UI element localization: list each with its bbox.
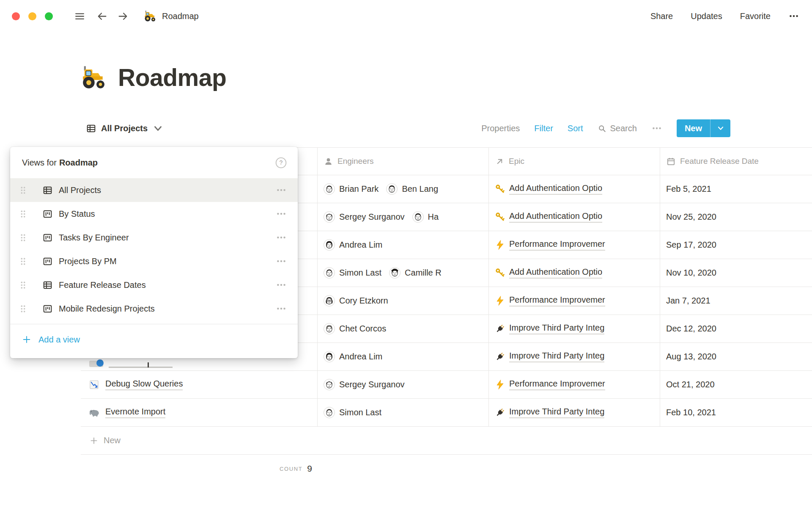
epic-link[interactable]: Performance Improvemer: [509, 239, 605, 251]
view-item-menu-icon[interactable]: [276, 232, 287, 243]
share-button[interactable]: Share: [650, 11, 673, 21]
zap-icon: [495, 379, 505, 390]
close-window-button[interactable]: [12, 12, 20, 20]
engineers-cell[interactable]: Simon Last Camille R: [317, 259, 488, 287]
header-release-date[interactable]: Feature Release Date: [660, 148, 812, 175]
chart-down-icon: [88, 379, 100, 390]
drag-handle-icon[interactable]: [19, 232, 27, 243]
back-icon[interactable]: [96, 11, 108, 22]
date-cell[interactable]: Feb 10, 2021: [660, 399, 812, 426]
help-icon[interactable]: ?: [275, 157, 287, 168]
board-view-icon: [42, 304, 53, 314]
count-label: COUNT: [280, 466, 302, 472]
epic-cell[interactable]: Performance Improvemer: [488, 287, 660, 315]
forward-icon[interactable]: [117, 11, 129, 22]
add-view-button[interactable]: Add a view: [10, 324, 298, 355]
epic-link[interactable]: Add Authentication Optio: [509, 211, 602, 223]
epic-link[interactable]: Add Authentication Optio: [509, 183, 602, 195]
epic-cell[interactable]: Improve Third Party Integ: [488, 399, 660, 426]
minimize-window-button[interactable]: [28, 12, 36, 20]
elephant-icon: [88, 407, 100, 418]
header-engineers[interactable]: Engineers: [317, 148, 488, 175]
epic-cell[interactable]: Add Authentication Optio: [488, 175, 660, 203]
sort-button[interactable]: Sort: [568, 124, 583, 133]
view-item-menu-icon[interactable]: [276, 256, 287, 267]
breadcrumb[interactable]: Roadmap: [144, 10, 199, 22]
page-tractor-icon[interactable]: [81, 64, 107, 91]
project-cell[interactable]: Evernote Import: [81, 399, 317, 426]
favorite-button[interactable]: Favorite: [740, 11, 771, 21]
sidebar-menu-icon[interactable]: [74, 11, 85, 22]
date-cell[interactable]: Sep 17, 2020: [660, 231, 812, 259]
search-button[interactable]: Search: [598, 124, 637, 133]
epic-link[interactable]: Improve Third Party Integ: [509, 407, 604, 418]
new-row-button[interactable]: New: [81, 427, 812, 455]
epic-link[interactable]: Add Authentication Optio: [509, 267, 602, 279]
engineers-cell[interactable]: Brian Park Ben Lang: [317, 175, 488, 203]
view-item-all-projects[interactable]: All Projects: [10, 178, 298, 202]
view-selector-label: All Projects: [101, 124, 148, 133]
engineer-name: Camille R: [405, 268, 442, 278]
engineers-cell[interactable]: Simon Last: [317, 399, 488, 426]
zap-icon: [495, 240, 505, 250]
epic-link[interactable]: Improve Third Party Integ: [509, 351, 604, 362]
header-epic[interactable]: Epic: [488, 148, 660, 175]
epic-cell[interactable]: Performance Improvemer: [488, 371, 660, 398]
new-button-dropdown[interactable]: [710, 119, 730, 137]
date-cell[interactable]: Nov 25, 2020: [660, 203, 812, 231]
engineers-cell[interactable]: Sergey Surganov Ha: [317, 203, 488, 231]
view-item-menu-icon[interactable]: [276, 303, 287, 314]
view-item-feature-release-dates[interactable]: Feature Release Dates: [10, 273, 298, 297]
view-item-mobile-redesign-projects[interactable]: Mobile Redesign Projects: [10, 297, 298, 320]
project-link[interactable]: Debug Slow Queries: [105, 379, 183, 390]
engineers-cell[interactable]: Andrea Lim: [317, 343, 488, 370]
new-button[interactable]: New: [677, 119, 730, 137]
view-item-menu-icon[interactable]: [276, 185, 287, 196]
drag-handle-icon[interactable]: [19, 185, 27, 196]
app-window: Roadmap Share Updates Favorite Roadmap A…: [0, 0, 812, 508]
drag-handle-icon[interactable]: [19, 279, 27, 291]
zoom-window-button[interactable]: [45, 12, 53, 20]
window-titlebar: Roadmap Share Updates Favorite: [0, 0, 812, 32]
epic-cell[interactable]: Add Authentication Optio: [488, 203, 660, 231]
epic-link[interactable]: Performance Improvemer: [509, 295, 605, 306]
engineers-cell[interactable]: Andrea Lim: [317, 231, 488, 259]
updates-button[interactable]: Updates: [691, 11, 722, 21]
board-view-icon: [42, 232, 53, 243]
filter-button[interactable]: Filter: [534, 124, 553, 133]
drag-handle-icon[interactable]: [19, 303, 27, 315]
view-item-menu-icon[interactable]: [276, 279, 287, 290]
date-cell[interactable]: Feb 5, 2021: [660, 175, 812, 203]
epic-link[interactable]: Performance Improvemer: [509, 379, 605, 390]
engineer: Andrea Lim: [324, 239, 382, 251]
drag-handle-icon[interactable]: [19, 256, 27, 267]
engineers-cell[interactable]: Cory Etzkorn: [317, 287, 488, 315]
more-menu-icon[interactable]: [788, 11, 799, 22]
engineers-cell[interactable]: Sergey Surganov: [317, 371, 488, 398]
date-cell[interactable]: Oct 21, 2020: [660, 371, 812, 398]
date-cell[interactable]: Dec 12, 2020: [660, 315, 812, 342]
view-item-by-status[interactable]: By Status: [10, 202, 298, 226]
epic-cell[interactable]: Improve Third Party Integ: [488, 343, 660, 370]
drag-handle-icon[interactable]: [19, 208, 27, 220]
properties-button[interactable]: Properties: [481, 124, 520, 133]
view-item-tasks-by-engineer[interactable]: Tasks By Engineer: [10, 226, 298, 249]
date-cell[interactable]: Jan 7, 2021: [660, 287, 812, 315]
epic-cell[interactable]: Performance Improvemer: [488, 231, 660, 259]
avatar: [324, 295, 335, 306]
epic-cell[interactable]: Add Authentication Optio: [488, 259, 660, 287]
date-cell[interactable]: Nov 10, 2020: [660, 259, 812, 287]
epic-cell[interactable]: Improve Third Party Integ: [488, 315, 660, 342]
view-selector[interactable]: All Projects: [86, 123, 163, 134]
occluded-project-icon: [96, 359, 104, 367]
engineers-cell[interactable]: Chet Corcos: [317, 315, 488, 342]
epic-link[interactable]: Improve Third Party Integ: [509, 323, 604, 334]
new-button-label[interactable]: New: [677, 119, 710, 137]
project-link[interactable]: Evernote Import: [105, 407, 165, 418]
view-item-projects-by-pm[interactable]: Projects By PM: [10, 249, 298, 273]
project-cell[interactable]: Debug Slow Queries: [81, 371, 317, 398]
new-row-label: New: [104, 436, 121, 445]
date-cell[interactable]: Aug 13, 2020: [660, 343, 812, 370]
view-item-menu-icon[interactable]: [276, 208, 287, 219]
view-options-icon[interactable]: [651, 123, 662, 134]
